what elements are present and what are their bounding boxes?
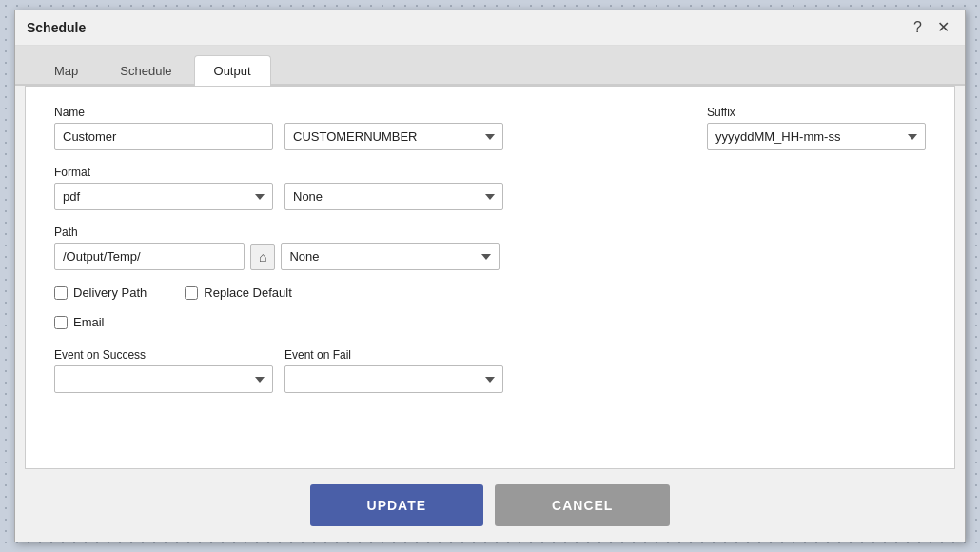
suffix-label: Suffix bbox=[707, 106, 926, 119]
tab-output[interactable]: Output bbox=[194, 55, 271, 86]
delivery-path-label[interactable]: Delivery Path bbox=[73, 286, 147, 300]
email-row: Email bbox=[54, 315, 147, 329]
suffix-group: Suffix yyyyddMM_HH-mm-ss yyyyMMdd HH-mm-… bbox=[707, 106, 926, 150]
checkboxes-section: Delivery Path Email Replace Default bbox=[54, 286, 926, 337]
name-group: Name bbox=[54, 106, 273, 150]
schedule-dialog: Schedule ? ✕ Map Schedule Output Name CU… bbox=[14, 10, 966, 542]
format-label: Format bbox=[54, 166, 503, 179]
dialog-title: Schedule bbox=[27, 20, 86, 35]
content-area: Name CUSTOMERNUMBER CUSTOMERNAME DATE Su… bbox=[25, 86, 955, 469]
replace-default-checkbox[interactable] bbox=[185, 286, 198, 300]
path-row: ⌂ None Option1 Option2 bbox=[54, 243, 926, 270]
name-row: Name CUSTOMERNUMBER CUSTOMERNAME DATE Su… bbox=[54, 106, 926, 150]
event-fail-label: Event on Fail bbox=[284, 348, 503, 362]
format-dropdown[interactable]: pdf xlsx csv docx bbox=[54, 183, 273, 210]
delivery-path-row: Delivery Path bbox=[54, 286, 147, 300]
format-second-dropdown[interactable]: None Grayscale Color bbox=[284, 183, 503, 210]
tab-bar: Map Schedule Output bbox=[15, 46, 965, 86]
email-checkbox[interactable] bbox=[54, 316, 68, 329]
home-button[interactable]: ⌂ bbox=[250, 244, 275, 270]
close-button[interactable]: ✕ bbox=[933, 18, 953, 37]
path-dropdown[interactable]: None Option1 Option2 bbox=[281, 243, 500, 270]
event-success-label: Event on Success bbox=[54, 348, 273, 362]
checkboxes-col-right: Replace Default bbox=[185, 286, 292, 337]
name-input[interactable] bbox=[54, 123, 273, 150]
dialog-titlebar: Schedule ? ✕ bbox=[15, 10, 965, 46]
events-row: Event on Success Event on Fail bbox=[54, 348, 926, 393]
help-button[interactable]: ? bbox=[910, 18, 926, 37]
event-success-group: Event on Success bbox=[54, 348, 273, 393]
checkboxes-col-left: Delivery Path Email bbox=[54, 286, 147, 337]
replace-default-row: Replace Default bbox=[185, 286, 292, 300]
tab-schedule[interactable]: Schedule bbox=[100, 55, 191, 86]
path-input[interactable] bbox=[54, 243, 245, 270]
titlebar-buttons: ? ✕ bbox=[910, 18, 953, 37]
event-success-dropdown[interactable] bbox=[54, 365, 273, 393]
replace-default-label[interactable]: Replace Default bbox=[204, 286, 292, 300]
event-fail-dropdown[interactable] bbox=[284, 365, 503, 393]
email-label[interactable]: Email bbox=[73, 315, 105, 329]
path-label: Path bbox=[54, 226, 926, 239]
name-label: Name bbox=[54, 106, 273, 119]
update-button[interactable]: UPDATE bbox=[310, 484, 484, 526]
dialog-footer: UPDATE CANCEL bbox=[15, 469, 965, 542]
name-dropdown[interactable]: CUSTOMERNUMBER CUSTOMERNAME DATE bbox=[284, 123, 503, 150]
path-group: Path ⌂ None Option1 Option2 bbox=[54, 226, 926, 270]
format-group: Format pdf xlsx csv docx None Grayscale … bbox=[54, 166, 503, 210]
delivery-path-checkbox[interactable] bbox=[54, 286, 68, 300]
format-row: Format pdf xlsx csv docx None Grayscale … bbox=[54, 166, 926, 210]
cancel-button[interactable]: CANCEL bbox=[495, 484, 670, 526]
name-dropdown-group: CUSTOMERNUMBER CUSTOMERNAME DATE bbox=[284, 123, 503, 150]
event-fail-group: Event on Fail bbox=[284, 348, 503, 393]
tab-map[interactable]: Map bbox=[34, 55, 98, 86]
suffix-dropdown[interactable]: yyyyddMM_HH-mm-ss yyyyMMdd HH-mm-ss bbox=[707, 123, 926, 150]
